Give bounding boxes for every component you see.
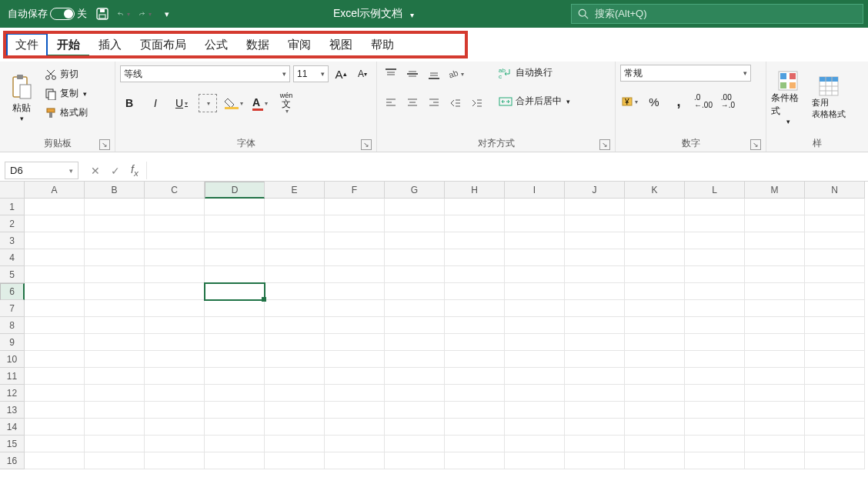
cell[interactable] — [325, 266, 385, 283]
column-header[interactable]: G — [385, 182, 445, 199]
cell[interactable] — [745, 249, 805, 266]
cell[interactable] — [385, 317, 445, 334]
cell[interactable] — [25, 419, 85, 436]
paste-button[interactable]: 粘贴 ▾ — [5, 65, 38, 131]
enter-formula-icon[interactable]: ✓ — [111, 165, 120, 177]
cell[interactable] — [565, 368, 625, 385]
cell[interactable] — [505, 334, 565, 351]
cell[interactable] — [505, 199, 565, 215]
cell[interactable] — [625, 351, 685, 368]
conditional-format-button[interactable]: 条件格式▾ — [771, 65, 805, 131]
copy-button[interactable]: 复制▾ — [43, 85, 89, 102]
cell[interactable] — [25, 368, 85, 385]
cell[interactable] — [205, 402, 265, 419]
row-header[interactable]: 15 — [0, 436, 25, 452]
cell[interactable] — [385, 452, 445, 469]
cell[interactable] — [445, 266, 505, 283]
cell[interactable] — [145, 368, 205, 385]
decrease-font-icon[interactable]: A▾ — [353, 65, 372, 83]
cell[interactable] — [385, 300, 445, 317]
cell[interactable] — [805, 317, 865, 334]
cell[interactable] — [25, 402, 85, 419]
cell[interactable] — [265, 215, 325, 232]
format-painter-button[interactable]: 格式刷 — [43, 105, 89, 121]
cell[interactable] — [145, 419, 205, 436]
cell[interactable] — [505, 283, 565, 300]
cell[interactable] — [325, 300, 385, 317]
cell[interactable] — [205, 215, 265, 232]
cell[interactable] — [805, 300, 865, 317]
cell[interactable] — [805, 402, 865, 419]
cell[interactable] — [265, 334, 325, 351]
cell[interactable] — [145, 385, 205, 402]
cell[interactable] — [805, 351, 865, 368]
cell[interactable] — [565, 436, 625, 452]
column-header[interactable]: H — [445, 182, 505, 199]
row-header[interactable]: 12 — [0, 385, 25, 402]
cell[interactable] — [565, 283, 625, 300]
cell[interactable] — [445, 385, 505, 402]
cell[interactable] — [625, 317, 685, 334]
cell[interactable] — [625, 452, 685, 469]
cell[interactable] — [805, 419, 865, 436]
cell[interactable] — [565, 402, 625, 419]
cell[interactable] — [685, 334, 745, 351]
cell[interactable] — [745, 215, 805, 232]
cell[interactable] — [325, 249, 385, 266]
cell[interactable] — [445, 317, 505, 334]
cell[interactable] — [445, 436, 505, 452]
cell[interactable] — [265, 419, 325, 436]
cell[interactable] — [505, 215, 565, 232]
row-header[interactable]: 9 — [0, 334, 25, 351]
row-header[interactable]: 13 — [0, 402, 25, 419]
cell[interactable] — [325, 436, 385, 452]
cell[interactable] — [85, 334, 145, 351]
cell[interactable] — [805, 199, 865, 215]
column-header[interactable]: L — [685, 182, 745, 199]
cell[interactable] — [625, 385, 685, 402]
cell[interactable] — [565, 317, 625, 334]
tab-file[interactable]: 文件 — [6, 33, 48, 57]
cell[interactable] — [625, 199, 685, 215]
cell[interactable] — [385, 351, 445, 368]
percent-button[interactable]: % — [645, 92, 663, 111]
cell[interactable] — [745, 300, 805, 317]
cell[interactable] — [685, 402, 745, 419]
cell[interactable] — [205, 419, 265, 436]
italic-button[interactable]: I — [146, 94, 165, 112]
row-header[interactable]: 11 — [0, 368, 25, 385]
cell[interactable] — [565, 300, 625, 317]
undo-icon[interactable] — [115, 5, 133, 23]
cell[interactable] — [145, 436, 205, 452]
cell[interactable] — [145, 232, 205, 249]
row-header[interactable]: 10 — [0, 351, 25, 368]
cell[interactable] — [145, 266, 205, 283]
cell[interactable] — [85, 419, 145, 436]
cell[interactable] — [265, 232, 325, 249]
cell[interactable] — [685, 419, 745, 436]
cell[interactable] — [265, 199, 325, 215]
cell[interactable] — [325, 232, 385, 249]
cell[interactable] — [505, 368, 565, 385]
cell[interactable] — [385, 334, 445, 351]
select-all-corner[interactable] — [0, 182, 25, 199]
underline-button[interactable]: U — [172, 94, 191, 112]
dialog-launcher-icon[interactable]: ↘ — [99, 139, 110, 150]
cell[interactable] — [745, 351, 805, 368]
cell[interactable] — [325, 385, 385, 402]
cell[interactable] — [505, 266, 565, 283]
cell[interactable] — [685, 385, 745, 402]
cell[interactable] — [85, 199, 145, 215]
dialog-launcher-icon[interactable]: ↘ — [599, 139, 610, 150]
cell[interactable] — [265, 351, 325, 368]
cell[interactable] — [505, 436, 565, 452]
cell[interactable] — [445, 232, 505, 249]
cell[interactable] — [745, 436, 805, 452]
cell[interactable] — [385, 283, 445, 300]
dialog-launcher-icon[interactable]: ↘ — [750, 139, 761, 150]
cell[interactable] — [205, 232, 265, 249]
cell[interactable] — [265, 452, 325, 469]
cell[interactable] — [745, 419, 805, 436]
cell[interactable] — [745, 317, 805, 334]
cell[interactable] — [445, 402, 505, 419]
